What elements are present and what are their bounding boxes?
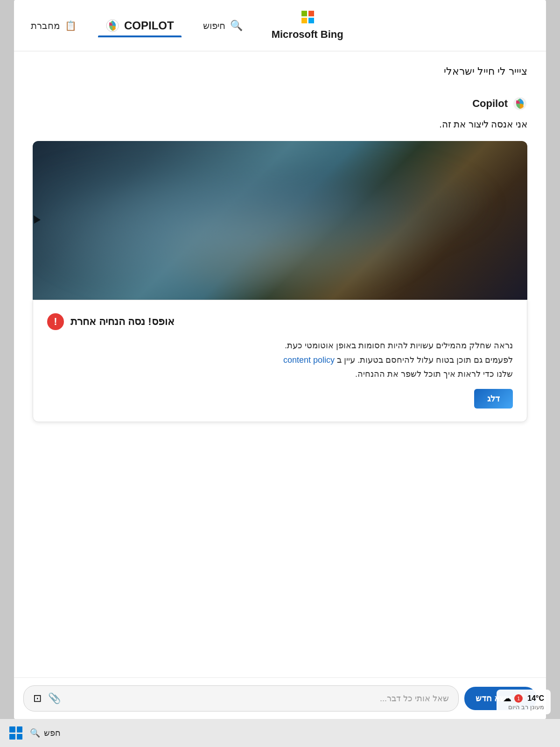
taskbar-search[interactable]: 🔍 חפש [30, 728, 61, 738]
chat-input-placeholder: שאל אותי כל דבר... [380, 693, 449, 704]
notebook-icon: 📋 [65, 20, 77, 31]
user-query: ציייר לי חייל ישראלי [33, 65, 527, 78]
tab-search[interactable]: 🔍 חיפוש [196, 15, 250, 36]
attach-icon[interactable]: 📎 [48, 692, 61, 705]
weather-temp: 14°C [527, 694, 544, 703]
bottom-bar: 🎤 נושא חדש שאל אותי כל דבר... 📎 ⊡ [14, 677, 546, 719]
copilot-header: Copilot [33, 96, 527, 111]
error-line1: נראה שחלק מהמילים עשויות להיות חסומות בא… [285, 341, 513, 350]
input-row: 🎤 נושא חדש שאל אותי כל דבר... 📎 ⊡ [23, 685, 537, 712]
error-icon: ! [47, 313, 64, 330]
chat-input-wrapper[interactable]: שאל אותי כל דבר... 📎 ⊡ [23, 685, 459, 712]
search-icon: 🔍 [230, 20, 243, 32]
error-line3: שלנו כדי לראות איך תוכל לשפר את ההנחיה. [355, 369, 513, 379]
nav-bar: Microsoft Bing 🔍 חיפוש COPILOT [14, 0, 546, 51]
copilot-nav-icon [105, 19, 119, 33]
copilot-response-icon [512, 96, 527, 111]
camera-icon[interactable]: ⊡ [33, 692, 42, 705]
main-content: ציייר לי חייל ישראלי Copilot אני אנסה לי… [14, 51, 546, 677]
tab-notebook[interactable]: 📋 מחברת [23, 15, 84, 36]
error-card: אופס! נסה הנחיה אחרת ! נראה שחלק מהמילים… [33, 300, 527, 422]
error-line2: לפעמים גם תוכן בטוח עלול להיחסם בטעות. ע… [283, 355, 513, 365]
error-body: נראה שחלק מהמילים עשויות להיות חסומות בא… [47, 338, 513, 381]
bing-logo-icon [301, 11, 314, 24]
weather-cloud-icon: ☁ [503, 693, 511, 704]
copilot-response-text: אני אנסה ליצור את זה. [33, 119, 527, 130]
input-icons: 📎 ⊡ [33, 692, 61, 705]
taskbar-search-label: חפש [44, 728, 61, 738]
bing-brand[interactable]: Microsoft Bing [264, 6, 351, 45]
tab-copilot[interactable]: COPILOT [98, 14, 182, 37]
error-title: אופס! נסה הנחיה אחרת [70, 316, 175, 328]
weather-widget: 14°C 1 ☁ מעונן רב היום [497, 690, 551, 714]
bing-text: Microsoft Bing [272, 28, 343, 41]
search-taskbar-icon: 🔍 [30, 728, 40, 738]
generated-image [33, 141, 527, 300]
error-header: אופס! נסה הנחיה אחרת ! [47, 313, 513, 330]
weather-description: מעונן רב היום [503, 704, 544, 711]
taskbar: 🔍 חפש [0, 719, 560, 747]
main-screen: Microsoft Bing 🔍 חיפוש COPILOT [14, 0, 546, 719]
image-overlay [33, 141, 527, 300]
policy-link[interactable]: content policy [283, 355, 335, 365]
weather-alert-badge: 1 [514, 694, 523, 703]
skip-button[interactable]: דלג [474, 389, 513, 409]
windows-start-icon[interactable] [9, 726, 22, 740]
